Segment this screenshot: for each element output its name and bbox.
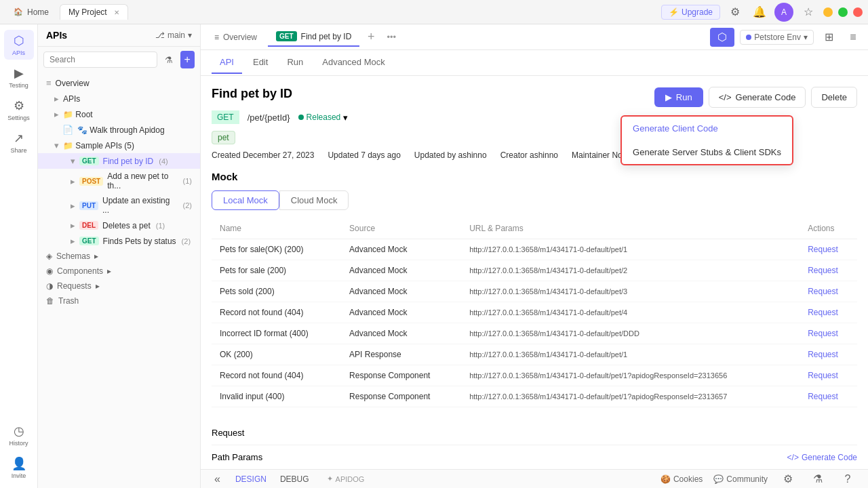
- cookies-button[interactable]: 🍪 Cookies: [660, 474, 703, 484]
- cell-action[interactable]: Request: [800, 260, 857, 281]
- workspace-icon: ⬡: [710, 28, 734, 47]
- mock-section-title: Mock: [212, 171, 857, 182]
- app-layout: ⬡ APIs ▶ Testing ⚙ Settings ↗ Share ◷ Hi…: [0, 24, 868, 488]
- mock-tab-local[interactable]: Local Mock: [212, 190, 279, 210]
- subtab-api[interactable]: API: [212, 52, 242, 74]
- path-params-label: Path Params: [212, 452, 262, 462]
- subtab-run[interactable]: Run: [279, 52, 311, 74]
- expand-icon3: ▸: [71, 201, 75, 211]
- search-input[interactable]: [43, 52, 157, 68]
- run-button[interactable]: ▶ Run: [654, 87, 703, 107]
- mock-table: Name Source URL & Params Actions Pets fo…: [212, 218, 857, 407]
- api-path: /pet/{petId}: [248, 113, 290, 123]
- cell-url: http://127.0.0.1:3658/m1/434171-0-defaul…: [461, 239, 800, 260]
- tree-item-root[interactable]: ▸ 📁 Root: [38, 106, 200, 122]
- created-label: Created December 27, 2023: [212, 150, 314, 160]
- subtab-advanced-mock[interactable]: Advanced Mock: [314, 52, 393, 74]
- overview-icon: ≡: [46, 78, 52, 88]
- maximize-button[interactable]: [838, 7, 848, 17]
- tree-item-delete-pet[interactable]: ▸ DEL Deletes a pet (1): [38, 218, 200, 233]
- menu-icon[interactable]: ≡: [844, 28, 863, 47]
- subtab-edit[interactable]: Edit: [245, 52, 276, 74]
- cell-action[interactable]: Request: [800, 281, 857, 302]
- col-url: URL & Params: [461, 218, 800, 239]
- mock-tab-cloud[interactable]: Cloud Mock: [279, 190, 349, 210]
- sidebar-item-apis[interactable]: ⬡ APIs: [4, 30, 34, 60]
- table-row: Pets for sale(OK) (200) Advanced Mock ht…: [212, 239, 857, 260]
- help-icon[interactable]: ?: [838, 470, 857, 489]
- cell-source: Advanced Mock: [341, 281, 461, 302]
- collapse-sidebar-button[interactable]: «: [212, 473, 223, 485]
- settings-bottom-icon[interactable]: ⚙: [778, 470, 797, 489]
- sidebar-item-history[interactable]: ◷ History: [4, 420, 34, 450]
- nav-section-schemas[interactable]: ◈ Schemas ▸: [38, 249, 200, 264]
- sidebar-item-invite[interactable]: 👤 Invite: [4, 453, 34, 483]
- tree-item-overview[interactable]: ≡ Overview: [38, 75, 200, 91]
- tag-badge: pet: [212, 131, 235, 144]
- gen-server-stubs-item[interactable]: Generate Server Stubs & Client SDKs: [622, 140, 792, 164]
- cell-url: http://127.0.0.1:3658/m1/434171-0-defaul…: [461, 323, 800, 344]
- status-dropdown[interactable]: Released ▾: [298, 113, 349, 123]
- cell-action[interactable]: Request: [800, 239, 857, 260]
- tree-item-add-pet[interactable]: ▸ POST Add a new pet to th... (1): [38, 169, 200, 193]
- tree-item-walk-through[interactable]: 📄 🐾 Walk through Apidog: [38, 122, 200, 138]
- tree-item-find-pet[interactable]: ▾ GET Find pet by ID (4): [38, 153, 200, 169]
- branch-icon: ⎇: [155, 30, 165, 40]
- tree-item-apis-group[interactable]: ▸ APIs: [38, 91, 200, 106]
- minimize-button[interactable]: [823, 7, 833, 17]
- tab-design[interactable]: DESIGN: [229, 473, 273, 485]
- tab-bar-right: ⬡ Petstore Env ▾ ⊞ ≡: [710, 28, 863, 47]
- expand-icon4: ▸: [71, 220, 75, 230]
- layout-icon[interactable]: ⊞: [819, 28, 838, 47]
- apis-group-icon: ▸: [54, 94, 59, 104]
- nav-section-trash[interactable]: 🗑 Trash: [38, 293, 200, 308]
- tree-item-sample-apis[interactable]: ▾ 📁 Sample APIs (5): [38, 138, 200, 153]
- tab-find-pet[interactable]: GET Find pet by ID: [268, 27, 359, 47]
- avatar[interactable]: A: [774, 3, 793, 22]
- cell-action[interactable]: Request: [800, 344, 857, 365]
- cell-action[interactable]: Request: [800, 302, 857, 323]
- add-tab-button[interactable]: +: [362, 28, 380, 46]
- close-tab-icon[interactable]: ✕: [114, 9, 119, 16]
- branch-selector[interactable]: ⎇ main ▾: [155, 30, 192, 40]
- community-button[interactable]: 💬 Community: [713, 474, 768, 484]
- cell-name: Invalid input (400): [212, 386, 341, 407]
- tab-overview[interactable]: ≡ Overview: [206, 28, 265, 46]
- tree-item-update-pet[interactable]: ▸ PUT Update an existing ... (2): [38, 193, 200, 218]
- generate-code-button[interactable]: </> Generate Code: [709, 87, 806, 108]
- bookmark-icon[interactable]: ☆: [799, 3, 818, 22]
- cell-name: Incorrect ID format (400): [212, 323, 341, 344]
- close-button[interactable]: [853, 7, 863, 17]
- tree-item-finds-pets[interactable]: ▸ GET Finds Pets by status (2): [38, 233, 200, 249]
- project-tab[interactable]: My Project ✕: [60, 4, 128, 20]
- apidog-logo-icon: ✦: [327, 474, 333, 483]
- nav-section-requests[interactable]: ◑ Requests ▸: [38, 279, 200, 293]
- cell-url: http://127.0.0.1:3658/m1/434171-0-defaul…: [461, 386, 800, 407]
- settings-nav-icon: ⚙: [14, 98, 24, 113]
- nav-section-components[interactable]: ◉ Components ▸: [38, 264, 200, 279]
- cell-action[interactable]: Request: [800, 365, 857, 386]
- cookies-icon: 🍪: [660, 474, 671, 484]
- env-selector[interactable]: Petstore Env ▾: [740, 30, 814, 45]
- sidebar-item-settings[interactable]: ⚙ Settings: [4, 95, 34, 125]
- cell-action[interactable]: Request: [800, 323, 857, 344]
- more-tabs-button[interactable]: •••: [382, 28, 400, 46]
- generate-code-link[interactable]: </> Generate Code: [787, 453, 857, 462]
- tab-debug[interactable]: DEBUG: [273, 473, 316, 485]
- filter-bottom-icon[interactable]: ⚗: [808, 470, 827, 489]
- delete-button[interactable]: Delete: [811, 87, 857, 108]
- notifications-icon[interactable]: 🔔: [750, 3, 769, 22]
- cell-action[interactable]: Request: [800, 386, 857, 407]
- gen-client-code-item[interactable]: Generate Client Code: [622, 117, 792, 140]
- sidebar-item-share[interactable]: ↗ Share: [4, 127, 34, 157]
- filter-button[interactable]: ⚗: [161, 51, 176, 68]
- upgrade-button[interactable]: ⚡ Upgrade: [661, 5, 720, 20]
- col-actions: Actions: [800, 218, 857, 239]
- sidebar-item-testing[interactable]: ▶ Testing: [4, 62, 34, 92]
- community-icon: 💬: [713, 474, 724, 484]
- doc-icon: 📄: [62, 125, 73, 135]
- home-tab[interactable]: 🏠 Home: [5, 5, 57, 20]
- bottom-bar: « DESIGN DEBUG ✦ APIDOG 🍪 Cookies 💬 Comm…: [201, 469, 868, 488]
- add-item-button[interactable]: +: [180, 51, 195, 68]
- settings-icon[interactable]: ⚙: [726, 3, 745, 22]
